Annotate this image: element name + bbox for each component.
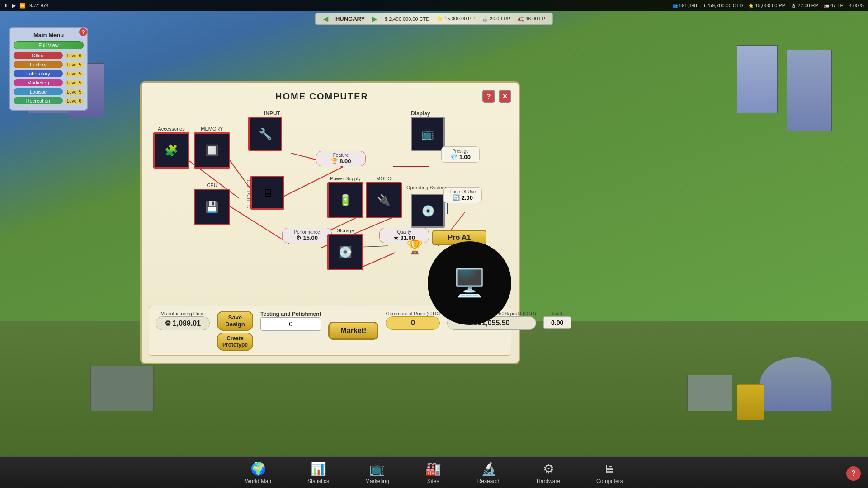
hardware-label: Hardware <box>537 478 560 484</box>
menu-item-recreation[interactable]: Recreation Level 6 <box>14 97 84 104</box>
statistics-icon: 📊 <box>311 461 326 476</box>
office-label: Office <box>14 52 63 59</box>
input-component[interactable]: 🔧 <box>248 117 282 151</box>
pp-value: 15,000.00 PP <box>755 3 785 8</box>
marketing-icon: 📺 <box>369 461 385 476</box>
population-icon: 👥 <box>672 3 678 8</box>
svg-line-8 <box>359 253 395 268</box>
performance-value: ⚙ 15.00 <box>287 235 327 241</box>
dialog-title: HOME COMPUTER <box>163 91 481 102</box>
testing-section: Testing and Polishment 0 <box>260 311 321 331</box>
logistic-level: Level 5 <box>65 89 84 95</box>
commercial-price-label: Commercial Price (CTD) <box>386 311 440 316</box>
market-button[interactable]: Market! <box>328 322 378 340</box>
taskbar-marketing[interactable]: 📺 Marketing <box>365 461 389 484</box>
cpu-component[interactable]: CPU 💾 <box>194 183 230 225</box>
prestige-value: 💎 1.00 <box>446 154 475 160</box>
save-design-button[interactable]: Save Design <box>217 311 253 331</box>
logistic-label: Logistic <box>14 88 63 95</box>
taskbar-world-map[interactable]: 🌍 World Map <box>245 461 271 484</box>
full-view-button[interactable]: Full View <box>14 41 84 49</box>
taskbar-help-button[interactable]: ? <box>846 466 861 481</box>
taskbar-statistics[interactable]: 📊 Statistics <box>307 461 329 484</box>
mfg-price-number: 1,089.01 <box>173 319 201 328</box>
world-map-label: World Map <box>245 478 271 484</box>
country-rp: 20.00 RP <box>490 16 510 21</box>
country-lp-icon: 🚛 <box>518 16 524 21</box>
os-component[interactable]: 💿 <box>411 194 445 228</box>
play-icon[interactable]: ▶ <box>12 3 16 9</box>
ease-box: Ease-Of-Use 🔄 2.00 <box>443 187 482 203</box>
performance-label: Performance <box>287 230 327 235</box>
sites-label: Sites <box>427 478 439 484</box>
create-prototype-line2: Prototype <box>222 342 248 348</box>
feature-label: Feature <box>321 153 361 158</box>
menu-item-marketing[interactable]: Marketing Level 5 <box>14 79 84 86</box>
main-menu: Main Menu ? Full View Office Level 6 Fac… <box>9 27 88 111</box>
dialog-help-button[interactable]: ? <box>482 90 495 103</box>
factory-label: Factory <box>14 61 63 68</box>
storage-label: Storage <box>337 228 354 233</box>
prestige-box: Prestige 💎 1.00 <box>441 146 480 163</box>
create-prototype-button[interactable]: Create Prototype <box>217 333 253 351</box>
country-bar: ◀ HUNGARY ▶ $ 2,496,000.00 CTD ⭐ 15,000.… <box>315 13 553 25</box>
mfg-price-icon: ⚙ <box>165 319 171 328</box>
sold-label: Sold <box>543 311 571 316</box>
sites-icon: 🏭 <box>425 461 441 476</box>
testing-label: Testing and Polishment <box>260 311 321 317</box>
feature-stat-box: Feature 🏆 8.00 <box>316 151 366 166</box>
menu-item-laboratory[interactable]: Laboratory Level 5 <box>14 70 84 77</box>
ease-label: Ease-Of-Use <box>448 189 477 194</box>
country-prev[interactable]: ◀ <box>323 14 328 23</box>
commercial-price-value[interactable]: 0 <box>386 316 440 330</box>
taskbar-sites[interactable]: 🏭 Sites <box>425 461 441 484</box>
rp-value: 22.00 RP <box>797 3 818 8</box>
power-supply-component[interactable]: Power Supply 🔋 <box>327 176 363 218</box>
storage-image[interactable]: 💽 <box>327 234 363 270</box>
pause-icon[interactable]: ⏸ <box>4 3 9 8</box>
taskbar-hardware[interactable]: ⚙ Hardware <box>537 461 560 484</box>
memory-label: MEMORY <box>201 126 223 131</box>
menu-item-logistic[interactable]: Logistic Level 5 <box>14 88 84 95</box>
os-image[interactable]: 💿 <box>411 194 445 228</box>
pp-icon: ⭐ <box>748 3 754 8</box>
menu-item-factory[interactable]: Factory Level 5 <box>14 61 84 68</box>
office-level: Level 6 <box>65 53 84 59</box>
feature-value: 🏆 8.00 <box>321 158 361 164</box>
cpu-image[interactable]: 💾 <box>194 189 230 225</box>
marketing-menu-label: Marketing <box>14 79 63 86</box>
gpu-image[interactable]: 🖥 <box>250 176 284 210</box>
country-name: HUNGARY <box>335 15 365 22</box>
fast-forward-icon[interactable]: ⏩ <box>19 3 26 9</box>
taskbar-research[interactable]: 🔬 Research <box>477 461 500 484</box>
sold-value: 0.00 <box>543 316 571 329</box>
country-next[interactable]: ▶ <box>372 14 377 23</box>
storage-component[interactable]: Storage 💽 <box>327 228 363 270</box>
gpu-component[interactable]: 🖥 <box>250 176 284 210</box>
top-bar: ⏸ ▶ ⏩ 9/7/1974 👥 591,398 6,759,700.00 CT… <box>0 0 868 11</box>
mobo-component[interactable]: MOBO 🔌 <box>366 176 402 218</box>
power-supply-image[interactable]: 🔋 <box>327 182 363 218</box>
menu-item-office[interactable]: Office Level 6 <box>14 52 84 59</box>
display-label: Display <box>411 110 430 117</box>
os-label: Operating System <box>406 185 446 190</box>
accessories-image[interactable]: 🧩 <box>153 132 189 169</box>
character-icon: 🏆 <box>406 239 423 255</box>
display-image[interactable]: 📺 <box>411 117 445 151</box>
taskbar-computers[interactable]: 🖥 Computers <box>596 461 623 484</box>
laboratory-level: Level 5 <box>65 71 84 77</box>
memory-component[interactable]: MEMORY 🔲 <box>194 126 230 169</box>
input-image[interactable]: 🔧 <box>248 117 282 151</box>
population-value: 591,398 <box>679 3 697 8</box>
money-value: 6,759,700.00 CTD <box>703 3 743 8</box>
taskbar: 🌍 World Map 📊 Statistics 📺 Marketing 🏭 S… <box>0 456 868 488</box>
percent-value: 4.00 % <box>849 3 864 8</box>
accessories-label: Accessories <box>158 126 184 131</box>
display-component[interactable]: 📺 <box>411 117 445 151</box>
accessories-component[interactable]: Accessories 🧩 <box>153 126 189 169</box>
memory-image[interactable]: 🔲 <box>194 132 230 169</box>
power-supply-label: Power Supply <box>330 176 361 181</box>
dialog-close-button[interactable]: ✕ <box>499 90 511 103</box>
action-buttons: Save Design Create Prototype <box>217 311 253 351</box>
mobo-image[interactable]: 🔌 <box>366 182 402 218</box>
